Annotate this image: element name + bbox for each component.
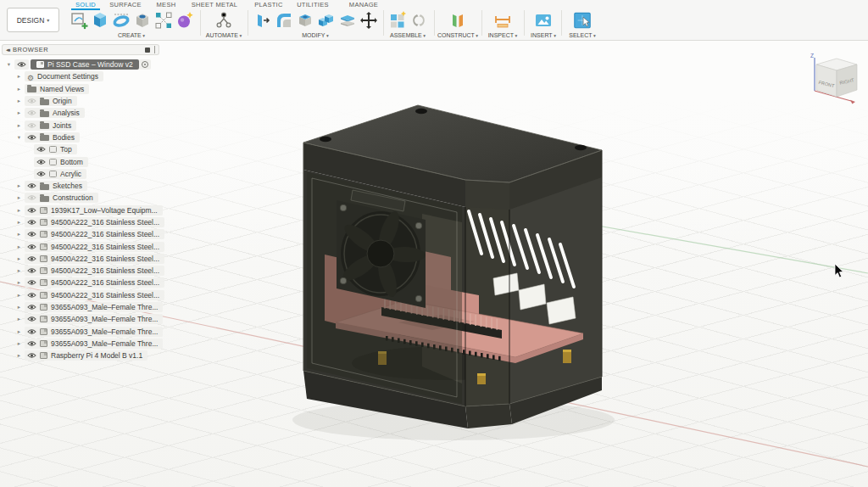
tab-manage[interactable]: MANAGE	[346, 1, 381, 9]
root-pill[interactable]: Pi SSD Case – Window v2	[31, 59, 139, 70]
combine-icon[interactable]	[316, 10, 337, 31]
tab-plastic[interactable]: PLASTIC	[251, 1, 287, 9]
tab-solid[interactable]: SOLID	[71, 1, 100, 9]
tab-surface[interactable]: SURFACE	[108, 1, 142, 9]
visibility-eye-icon[interactable]	[27, 109, 36, 116]
browser-item[interactable]: ▸Construction	[2, 192, 159, 204]
tab-sheet-metal[interactable]: SHEET METAL	[188, 1, 241, 9]
browser-item[interactable]: Top	[2, 143, 159, 155]
browser-item[interactable]: ▸94500A222_316 Stainless Steel...	[2, 240, 159, 252]
expand-arrow[interactable]: ▸	[14, 73, 25, 80]
browser-item[interactable]: ▾Bodies	[2, 132, 159, 143]
expand-arrow[interactable]: ▸	[14, 207, 25, 214]
expand-arrow[interactable]: ▸	[14, 328, 25, 335]
root-visibility[interactable]	[14, 59, 29, 70]
pattern-icon[interactable]	[153, 10, 174, 31]
browser-item[interactable]: ▸Sketches	[2, 180, 159, 192]
visibility-eye-icon[interactable]	[36, 159, 46, 165]
browser-root-item[interactable]: ▾ Pi SSD Case – Window v2	[2, 59, 159, 70]
panel-edge-handle[interactable]	[154, 46, 155, 53]
create-dropdown[interactable]: CREATE	[118, 32, 145, 38]
modify-dropdown[interactable]: MODIFY	[302, 32, 329, 38]
construction-plane-icon[interactable]	[448, 10, 468, 31]
hole-icon[interactable]	[132, 10, 153, 31]
browser-item[interactable]: ▸Origin	[2, 95, 159, 107]
revolve-icon[interactable]	[111, 10, 131, 31]
browser-item[interactable]: ▸Raspberry Pi 4 Model B v1.1	[2, 350, 159, 361]
viewcube[interactable]: Z FRONT RIGHT	[810, 53, 857, 104]
3d-model-pi-ssd-case[interactable]	[292, 105, 615, 440]
visibility-eye-icon[interactable]	[27, 134, 36, 141]
extrude-icon[interactable]	[90, 10, 110, 31]
visibility-eye-icon[interactable]	[36, 171, 46, 177]
expand-arrow[interactable]: ▸	[14, 292, 25, 299]
automate-dropdown[interactable]: AUTOMATE	[206, 32, 242, 38]
shell-icon[interactable]	[295, 10, 315, 31]
create-form-icon[interactable]	[175, 10, 195, 31]
browser-item[interactable]: ▸Joints	[2, 119, 159, 131]
visibility-eye-icon[interactable]	[27, 267, 36, 274]
inspect-dropdown[interactable]: INSPECT	[488, 32, 518, 38]
visibility-eye-icon[interactable]	[27, 304, 36, 311]
visibility-eye-icon[interactable]	[27, 219, 36, 226]
browser-item[interactable]: ▸94500A222_316 Stainless Steel...	[2, 228, 159, 240]
browser-item[interactable]: ▸93655A093_Male–Female Thre...	[2, 313, 159, 325]
visibility-eye-icon[interactable]	[27, 98, 36, 104]
expand-arrow[interactable]: ▸	[14, 231, 25, 238]
tab-utilities[interactable]: UTILITIES	[295, 1, 331, 9]
tab-mesh[interactable]: MESH	[153, 1, 180, 9]
expand-arrow[interactable]: ▸	[14, 279, 25, 286]
expand-arrow[interactable]: ▸	[14, 122, 25, 129]
expand-arrow[interactable]: ▸	[14, 194, 25, 201]
select-window-icon[interactable]	[571, 9, 593, 31]
browser-item[interactable]: ▸93655A093_Male–Female Thre...	[2, 326, 159, 338]
split-body-icon[interactable]	[337, 10, 358, 31]
assemble-dropdown[interactable]: ASSEMBLE	[390, 32, 426, 38]
insert-canvas-icon[interactable]	[533, 10, 554, 31]
measure-icon[interactable]	[492, 10, 513, 31]
visibility-eye-icon[interactable]	[27, 231, 36, 238]
visibility-eye-icon[interactable]	[27, 352, 36, 359]
visibility-eye-icon[interactable]	[27, 279, 36, 286]
fillet-icon[interactable]	[274, 10, 294, 31]
visibility-eye-icon[interactable]	[27, 328, 36, 335]
expand-arrow[interactable]: ▸	[14, 267, 25, 274]
browser-item[interactable]: ▸Document Settings	[2, 70, 159, 82]
visibility-eye-icon[interactable]	[36, 146, 46, 153]
select-dropdown[interactable]: SELECT	[569, 32, 596, 38]
press-pull-icon[interactable]	[253, 10, 273, 31]
browser-item[interactable]: ▸1939K17_Low–Voltage Equipm...	[2, 204, 159, 216]
browser-item[interactable]: ▸93655A093_Male–Female Thre...	[2, 301, 159, 313]
visibility-eye-icon[interactable]	[27, 244, 36, 250]
expand-arrow[interactable]: ▸	[14, 109, 25, 116]
visibility-eye-icon[interactable]	[27, 182, 36, 189]
automate-icon[interactable]	[214, 10, 234, 31]
expand-arrow[interactable]: ▸	[14, 219, 25, 226]
visibility-eye-icon[interactable]	[27, 316, 36, 322]
activate-component[interactable]	[139, 59, 151, 70]
visibility-eye-icon[interactable]	[27, 340, 36, 347]
visibility-eye-icon[interactable]	[27, 255, 36, 262]
expand-arrow[interactable]: ▸	[14, 255, 25, 262]
new-component-icon[interactable]	[387, 10, 408, 31]
browser-item[interactable]: ▸94500A222_316 Stainless Steel...	[2, 253, 159, 265]
browser-item[interactable]: Bottom	[2, 155, 159, 167]
browser-item[interactable]: ▸Analysis	[2, 107, 159, 119]
expand-arrow[interactable]: ▸	[14, 316, 25, 322]
expand-arrow[interactable]: ▸	[14, 340, 25, 347]
browser-item[interactable]: ▸Named Views	[2, 83, 159, 95]
browser-header[interactable]: ◂◂ BROWSER	[2, 44, 159, 55]
visibility-eye-icon[interactable]	[27, 194, 36, 201]
move-icon[interactable]	[359, 10, 379, 31]
browser-item[interactable]: ▸94500A222_316 Stainless Steel...	[2, 289, 159, 301]
browser-item[interactable]: ▸94500A222_316 Stainless Steel...	[2, 277, 159, 288]
expand-arrow[interactable]: ▸	[14, 86, 25, 92]
visibility-eye-icon[interactable]	[17, 61, 26, 68]
expand-arrow[interactable]: ▸	[14, 352, 25, 359]
visibility-eye-icon[interactable]	[27, 122, 36, 129]
browser-item[interactable]: ▸94500A222_316 Stainless Steel...	[2, 265, 159, 277]
browser-item[interactable]: ▸93655A093_Male–Female Thre...	[2, 338, 159, 350]
browser-item[interactable]: ▸94500A222_316 Stainless Steel...	[2, 216, 159, 228]
browser-item[interactable]: Acrylic	[2, 168, 159, 180]
expand-arrow[interactable]: ▸	[14, 182, 25, 189]
